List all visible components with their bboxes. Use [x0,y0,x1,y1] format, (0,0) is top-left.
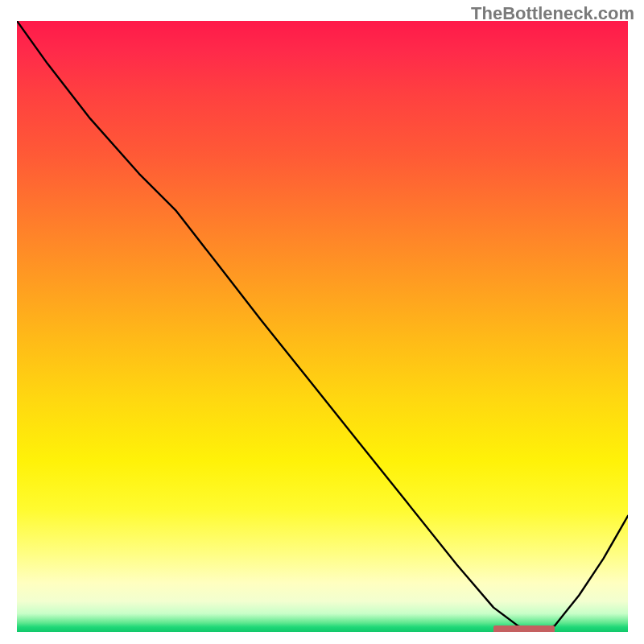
chart-area [17,21,628,632]
watermark-text: TheBottleneck.com [471,3,634,24]
bottleneck-curve [17,21,628,632]
optimal-range-marker [493,625,555,632]
